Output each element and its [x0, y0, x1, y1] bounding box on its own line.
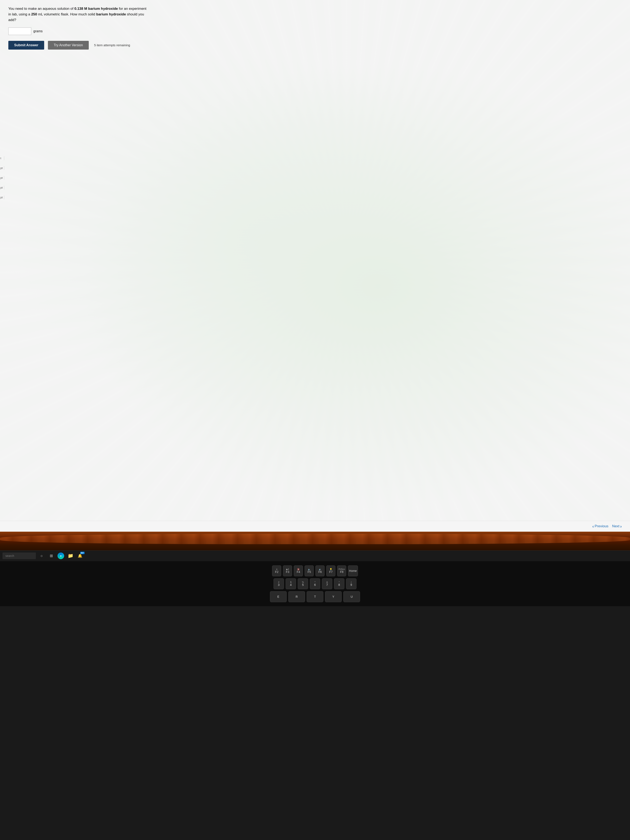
key-t[interactable]: T	[307, 591, 323, 602]
taskbar-notification-icon[interactable]: 🔔 99+	[76, 552, 84, 560]
sidebar-label-pt1: pt	[0, 166, 4, 170]
keyboard-fn-row: ☀ F2 ▶II F3 🔇 F4 🔈 F5 🔉 F6 💡 F7 PrtScn F…	[2, 565, 628, 576]
next-button[interactable]: Next ›	[612, 524, 622, 529]
browser-content: t pt pt pt pt You need to make an aqueou…	[0, 0, 630, 521]
sidebar-label-t: t	[0, 156, 4, 160]
key-f8[interactable]: PrtScn F8	[337, 565, 346, 576]
taskbar-edge-icon[interactable]: e	[57, 552, 65, 560]
key-e[interactable]: E	[270, 591, 287, 602]
key-8[interactable]: * 8	[334, 578, 344, 589]
taskbar-search-circle[interactable]: ○	[38, 552, 46, 560]
sidebar-label-pt2: pt	[0, 176, 4, 180]
key-f5[interactable]: 🔈 F5	[305, 565, 314, 576]
key-f3[interactable]: ▶II F3	[283, 565, 292, 576]
notification-badge: 99+	[80, 552, 85, 554]
content-area: You need to make an aqueous solution of …	[8, 6, 622, 50]
key-f6[interactable]: 🔉 F6	[316, 565, 325, 576]
key-f2[interactable]: ☀ F2	[272, 565, 281, 576]
sidebar-label-pt3: pt	[0, 186, 4, 189]
sidebar-label-pt4: pt	[0, 196, 4, 199]
edge-browser-icon: e	[57, 553, 64, 559]
landscape-background	[0, 532, 630, 550]
key-4[interactable]: $ 4	[286, 578, 296, 589]
chevron-left-icon: ‹	[592, 524, 594, 529]
answer-row: grams	[8, 27, 622, 35]
buttons-row: Submit Answer Try Another Version 5 item…	[8, 41, 622, 50]
key-6[interactable]: ^ 6	[310, 578, 320, 589]
key-u[interactable]: U	[343, 591, 360, 602]
keyboard-letter-row: E R T Y U	[2, 591, 628, 602]
taskbar: ○ ⊞ e 📁 🔔 99+	[0, 550, 630, 561]
keyboard-number-row: # 3 $ 4 % 5 ^ 6 & 7 * 8 ( 9	[2, 578, 628, 589]
submit-button[interactable]: Submit Answer	[8, 41, 44, 50]
key-y[interactable]: Y	[325, 591, 342, 602]
taskbar-search[interactable]	[3, 553, 36, 559]
key-f4[interactable]: 🔇 F4	[294, 565, 303, 576]
sidebar-labels: t pt pt pt pt	[0, 156, 4, 199]
navigation-bar: ‹ Previous Next ›	[0, 521, 630, 532]
previous-button[interactable]: ‹ Previous	[592, 524, 608, 529]
wave-background	[0, 0, 630, 521]
key-home[interactable]: Home	[348, 565, 358, 576]
key-f7[interactable]: 💡 F7	[326, 565, 335, 576]
key-3[interactable]: # 3	[273, 578, 284, 589]
key-r[interactable]: R	[288, 591, 305, 602]
answer-input[interactable]	[8, 27, 31, 35]
taskbar-widgets-icon[interactable]: ⊞	[47, 552, 55, 560]
keyboard-area: ☀ F2 ▶II F3 🔇 F4 🔈 F5 🔉 F6 💡 F7 PrtScn F…	[0, 561, 630, 606]
key-7[interactable]: & 7	[322, 578, 332, 589]
attempts-remaining: 5 item attempts remaining	[94, 43, 130, 47]
key-5[interactable]: % 5	[298, 578, 308, 589]
chevron-right-icon: ›	[620, 524, 622, 529]
taskbar-folder-icon[interactable]: 📁	[67, 552, 74, 560]
question-text: You need to make an aqueous solution of …	[8, 6, 150, 23]
key-9[interactable]: ( 9	[346, 578, 357, 589]
units-label: grams	[33, 29, 43, 33]
try-another-button[interactable]: Try Another Version	[48, 41, 89, 50]
taskbar-notification-bell: 🔔	[78, 554, 82, 558]
